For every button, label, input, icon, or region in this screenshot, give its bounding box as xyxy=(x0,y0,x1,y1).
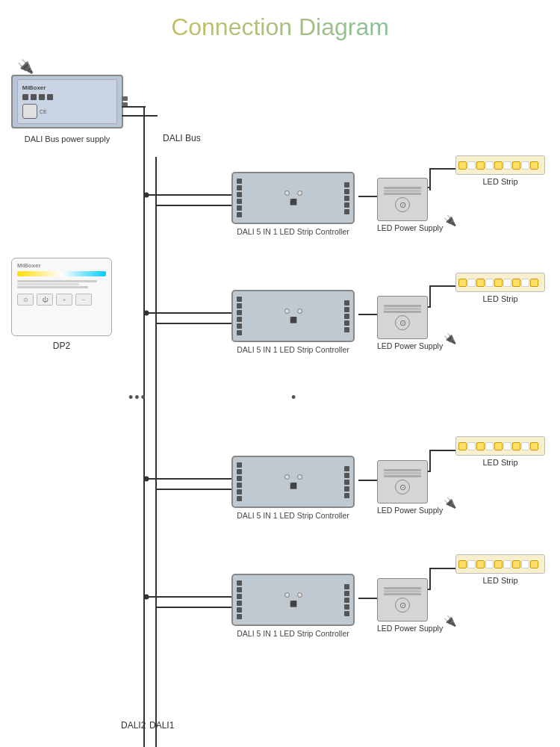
ellipsis-left: ••• xyxy=(128,390,147,406)
dali-bus-supply-label: DALI Bus power supply xyxy=(11,134,123,143)
strip-1-label: LED Strip xyxy=(455,177,545,186)
controller-4-label: DALI 5 IN 1 LED Strip Controller xyxy=(231,629,355,638)
controller-1-label: DALI 5 IN 1 LED Strip Controller xyxy=(231,227,355,236)
row4-h-wire1 xyxy=(143,596,233,598)
dali2-label: DALI2 xyxy=(121,720,146,731)
dp2-device: MiBoxer ⊙ ⏻ + − DP2 xyxy=(11,258,112,351)
led-strip-1: LED Strip xyxy=(455,155,545,186)
ellipsis-center: • xyxy=(291,390,296,406)
led-strip-4: LED Strip xyxy=(455,554,545,585)
controller-4: ⬛ DALI 5 IN 1 LED Strip Controller xyxy=(231,574,355,638)
led-strip-2: LED Strip xyxy=(455,273,545,303)
controller-3: ⬛ DALI 5 IN 1 LED Strip Controller xyxy=(231,456,355,520)
psu-4: ⊙ 🔌 LED Power Supply xyxy=(377,578,443,633)
psu-3: ⊙ 🔌 LED Power Supply xyxy=(377,460,443,515)
row4-h-wire2 xyxy=(155,607,233,608)
psu4-to-strip4-wire-h2 xyxy=(429,568,459,569)
row3-junction xyxy=(144,477,149,482)
led-strip-3: LED Strip xyxy=(455,436,545,467)
row3-h-wire2 xyxy=(155,489,233,490)
controller-2-label: DALI 5 IN 1 LED Strip Controller xyxy=(231,345,355,354)
supply-to-bus-wire xyxy=(122,106,146,108)
dali1-label: DALI1 xyxy=(149,720,174,731)
psu-2: ⊙ 🔌 LED Power Supply xyxy=(377,296,443,350)
psu-2-label: LED Power Supply xyxy=(377,341,443,350)
psu2-to-strip2-wire-h2 xyxy=(429,285,459,287)
row1-h-wire1 xyxy=(143,194,233,196)
dali-bus-label: DALI Bus xyxy=(163,133,201,143)
main-bus-wire-right xyxy=(155,157,157,747)
row4-junction xyxy=(144,595,149,600)
controller-2: ⬛ DALI 5 IN 1 LED Strip Controller xyxy=(231,290,355,354)
row3-h-wire1 xyxy=(143,478,233,480)
controller-1: ⬛ DALI 5 IN 1 LED Strip Controller xyxy=(231,172,355,236)
strip-4-label: LED Strip xyxy=(455,576,545,585)
strip-3-label: LED Strip xyxy=(455,458,545,467)
psu3-to-strip3-wire-h2 xyxy=(429,450,459,451)
row1-junction xyxy=(144,193,149,198)
dali-bus-supply: 🔌 MiBoxer CE DALI xyxy=(11,75,123,128)
main-bus-wire-left xyxy=(143,106,145,747)
psu-3-label: LED Power Supply xyxy=(377,506,443,515)
page-title: Connection Diagram xyxy=(0,0,560,49)
psu-4-label: LED Power Supply xyxy=(377,624,443,633)
row1-h-wire2 xyxy=(155,205,233,206)
psu-1: ⊙ 🔌 LED Power Supply xyxy=(377,178,443,232)
strip-2-label: LED Strip xyxy=(455,294,545,303)
psu1-to-strip1-wire-h2 xyxy=(429,168,459,170)
row2-junction xyxy=(144,311,149,316)
dp2-label: DP2 xyxy=(11,341,112,351)
row2-h-wire2 xyxy=(155,323,233,324)
row2-h-wire1 xyxy=(143,312,233,314)
diagram-area: 🔌 MiBoxer CE DALI xyxy=(0,45,560,747)
supply-to-bus-wire2 xyxy=(122,115,158,117)
controller-3-label: DALI 5 IN 1 LED Strip Controller xyxy=(231,511,355,520)
psu-1-label: LED Power Supply xyxy=(377,223,443,232)
